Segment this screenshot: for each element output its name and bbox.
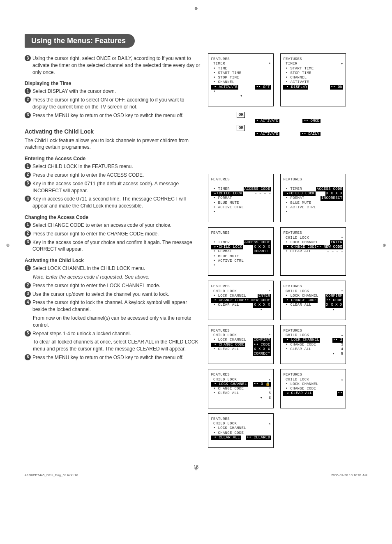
osd-line: FEATURES bbox=[211, 329, 272, 333]
osd-row-1: FEATURES TIMER• • TIME • START TIME • ST… bbox=[208, 53, 367, 106]
osd-line: • LOCK CHANNEL bbox=[283, 382, 344, 387]
activating-6: 6Press the MENU key to return or the OSD… bbox=[25, 354, 201, 361]
footer-right: 2005-01-20 10:10:01 AM bbox=[331, 473, 367, 477]
step-badge: 2 bbox=[25, 97, 31, 103]
reg-mark-top-icon: ⊕ bbox=[194, 6, 198, 11]
child-lock-intro-body: The Child Lock feature allows you to loc… bbox=[25, 137, 201, 151]
osd-line: ▸•CHILD LOCK– – – – bbox=[211, 191, 272, 196]
step-text: Select CHANGE CODE to enter an access co… bbox=[32, 222, 201, 229]
step-badge: 3 bbox=[25, 112, 31, 118]
step-text: Press the MENU key to return or the OSD … bbox=[32, 354, 201, 361]
osd-line: • CHANGE CODE bbox=[211, 431, 272, 436]
section-title: Using the Menus: Features bbox=[25, 34, 135, 48]
osd-line: ▾ bbox=[211, 94, 272, 99]
osd-line: CHILD LOCK▴ bbox=[211, 422, 272, 426]
footer-left: 43.50PP7445_DFU_Eng_69.indd 16 bbox=[25, 473, 78, 477]
heading-child-lock: Activating the Child Lock bbox=[25, 128, 201, 135]
changing-2: 2Press the cursor right to enter the CHA… bbox=[25, 231, 201, 237]
osd-line: • CLEAR ALL 5 bbox=[211, 391, 272, 396]
osd-line: • CLEAR ALLX X X X bbox=[283, 303, 344, 307]
print-footer: 43.50PP7445_DFU_Eng_69.indd 16 2005-01-2… bbox=[25, 473, 367, 477]
osd-access-correct: FEATURES • TIMERACCESS CODE ▸•CHILD LOCK… bbox=[208, 227, 274, 276]
step-badge: 4 bbox=[25, 196, 31, 202]
osd-lock-confirm: FEATURES CHILD LOCK• • LOCK CHANNELCONFI… bbox=[280, 281, 346, 320]
step-badge: 2 bbox=[25, 172, 31, 178]
activating-note: Note: Enter the access code if requested… bbox=[33, 274, 201, 281]
step-badge: 4 bbox=[25, 299, 31, 305]
osd-line: • CLEAR ALL– – – – bbox=[283, 249, 344, 254]
osd-line: • bbox=[211, 263, 272, 268]
step-text: Press the cursor right to enter the CHAN… bbox=[32, 231, 201, 237]
osd-line: • CLEAR ALL•• CLEARED bbox=[211, 436, 272, 440]
osd-line: ◂ CLEAR ALL•• bbox=[283, 391, 344, 396]
or-sep-2: OR bbox=[208, 124, 274, 130]
text-column: 3 Using the cursor right, select ONCE or… bbox=[25, 53, 201, 453]
reg-mark-bottom-icon: ⊕ bbox=[194, 466, 198, 471]
step-text: Select DISPLAY with the cursor down. bbox=[32, 88, 201, 95]
osd-line: • LOCK CHANNELCONFIRM bbox=[283, 294, 344, 298]
osd-line: • CHANGE CODE•• NEW CODE bbox=[211, 298, 272, 303]
osd-line: TIMER▸ bbox=[283, 62, 344, 66]
changing-1: 1Select CHANGE CODE to enter an access c… bbox=[25, 222, 201, 229]
osd-line: • TIMERACCESS CODE bbox=[211, 187, 272, 191]
osd-column: FEATURES TIMER• • TIME • START TIME • ST… bbox=[208, 53, 367, 453]
osd-line: FEATURES bbox=[283, 373, 344, 377]
or-label: OR bbox=[237, 112, 245, 118]
step-badge: 2 bbox=[25, 282, 31, 288]
osd-line: • FORMAT bbox=[211, 196, 272, 201]
top-rule bbox=[25, 29, 367, 29]
step-text: Use the cursor up/down to select the cha… bbox=[32, 291, 201, 298]
osd-row-7: FEATURES CHILD LOCK▴ • LOCK CHANNEL • CH… bbox=[208, 413, 367, 448]
heading-changing-code: Changing the Access Code bbox=[25, 214, 201, 220]
osd-line: • START TIME bbox=[283, 67, 344, 71]
osd-line: • BLUE MUTE bbox=[283, 201, 344, 205]
activating-1: 1Select LOCK CHANNEL in the CHILD LOCK m… bbox=[25, 265, 201, 272]
osd-line: CHILD LOCK▴ bbox=[283, 378, 344, 382]
heading-display-time: Displaying the Time bbox=[25, 81, 201, 86]
activate-once-bar: • ACTIVATE •• ONCE bbox=[255, 119, 321, 123]
osd-confirm-correct: FEATURES CHILD LOCK• • LOCK CHANNELCONFI… bbox=[208, 325, 274, 364]
display-time-2: 2Press the cursor right to select ON or … bbox=[25, 97, 201, 111]
osd-line: • TIMERACCESS CODE bbox=[211, 240, 272, 245]
osd-line: CHILD LOCK▴ bbox=[211, 378, 272, 382]
step-text: Press the cursor right to enter the LOCK… bbox=[32, 282, 201, 289]
osd-line: • bbox=[283, 210, 344, 214]
or-sep-1: OR bbox=[208, 111, 274, 117]
osd-line: • BLUE MUTE bbox=[211, 254, 272, 259]
osd-line: • TIME bbox=[211, 67, 272, 71]
entering-4: 4Key in access code 0711 a second time. … bbox=[25, 196, 201, 210]
osd-line: • LOCK CHANNEL•• 3 🔒 bbox=[211, 382, 272, 387]
step-badge: 3 bbox=[25, 239, 31, 245]
entering-1: 1Select CHILD LOCK in the FEATURES menu. bbox=[25, 163, 201, 170]
osd-line: FEATURES bbox=[283, 329, 344, 333]
osd-line: • LOCK CHANNELENTER bbox=[211, 294, 272, 298]
step-badge: 1 bbox=[25, 265, 31, 271]
osd-clear-all-selected: FEATURES CHILD LOCK▴ • LOCK CHANNEL • CH… bbox=[280, 369, 346, 408]
osd-line: • BLUE MUTE bbox=[211, 201, 272, 205]
osd-line: • FORMATINCORRECT bbox=[283, 196, 344, 201]
heading-entering-code: Entering the Access Code bbox=[25, 156, 201, 161]
reg-mark-right-icon: ⊕ bbox=[383, 242, 386, 247]
step-text: Select LOCK CHANNEL in the CHILD LOCK me… bbox=[32, 265, 201, 272]
osd-line: • ACTIVATE bbox=[283, 80, 344, 85]
osd-line: • TIMERACCESS CODE bbox=[283, 187, 344, 191]
changing-3: 3Key in the access code of your choice a… bbox=[25, 239, 201, 253]
reg-mark-left-icon: ⊕ bbox=[6, 242, 9, 247]
entering-3: 3Key in the access code 0711 (the defaul… bbox=[25, 180, 201, 194]
display-time-3: 3Press the MENU key to return or the OSD… bbox=[25, 112, 201, 119]
osd-line: • CLEAR ALLX X X X bbox=[211, 303, 272, 307]
step-badge: 3 bbox=[25, 180, 31, 187]
osd-lock-list: FEATURES CHILD LOCK▴ • LOCK CHANNEL•• 2 … bbox=[280, 325, 346, 364]
osd-line: • ACTIVE CTRL bbox=[211, 205, 272, 210]
osd-line: • LOCK CHANNEL•• 2 bbox=[283, 338, 344, 342]
activating-4: 4Press the cursor right to lock the chan… bbox=[25, 299, 201, 313]
step-badge: 6 bbox=[25, 354, 31, 360]
step-badge: 5 bbox=[25, 330, 31, 337]
osd-line: CHILD LOCK• bbox=[283, 289, 344, 294]
osd-line: ▸•CHILD LOCKX X X X bbox=[211, 245, 272, 249]
osd-features-timer: FEATURES TIMER• • TIME • START TIME • ST… bbox=[208, 53, 274, 106]
activating-5: 5Repeat steps 1-4 to unlock a locked cha… bbox=[25, 330, 201, 337]
osd-line: • START TIME bbox=[211, 71, 272, 76]
osd-line: FEATURES bbox=[211, 373, 272, 377]
osd-line: • CHANNEL bbox=[283, 76, 344, 80]
